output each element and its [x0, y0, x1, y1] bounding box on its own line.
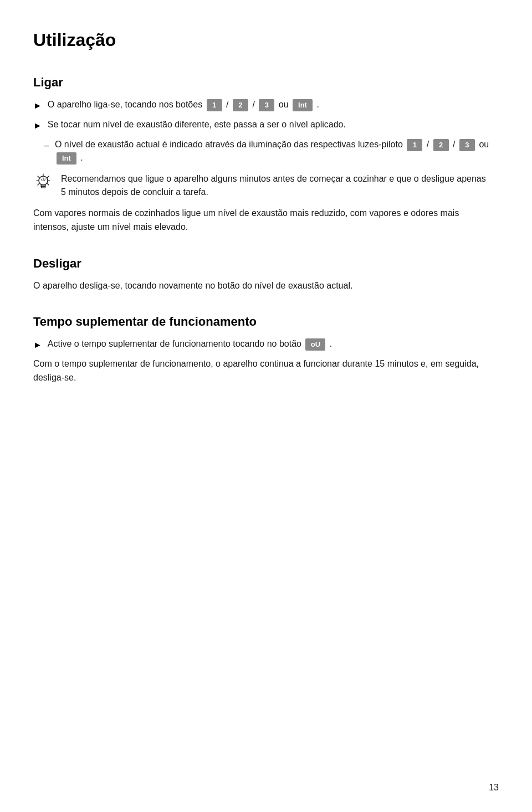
arrow-icon-2: ►: [33, 119, 42, 132]
desligar-text: O aparelho desliga-se, tocando novamente…: [33, 279, 492, 293]
button-badge-int-d: Int: [57, 152, 76, 165]
ligar-bullet-2-text: Se tocar num nível de exaustão diferente…: [48, 118, 492, 131]
dash-symbol: –: [44, 139, 49, 152]
ligar-bullet-2: ► Se tocar num nível de exaustão diferen…: [33, 118, 492, 132]
svg-line-11: [38, 184, 39, 186]
bulb-icon: [33, 173, 53, 193]
svg-line-9: [48, 176, 49, 178]
dash-period: .: [80, 153, 83, 162]
ligar-tip: Recomendamos que ligue o aparelho alguns…: [33, 172, 492, 199]
dash-slash-2: /: [453, 140, 458, 149]
svg-line-2: [44, 179, 45, 181]
tempo-paragraph: Com o tempo suplementar de funcionamento…: [33, 357, 492, 385]
ligar-dash-1: – O nível de exaustão actual é indicado …: [44, 138, 492, 165]
svg-line-12: [48, 184, 49, 186]
button-badge-2: 2: [233, 99, 248, 111]
button-badge-d3: 3: [459, 139, 475, 151]
ou-text-1: ou: [279, 100, 291, 109]
ligar-bullet-1-text: O aparelho liga-se, tocando nos botões 1…: [48, 98, 492, 111]
tempo-period: .: [330, 339, 332, 348]
ligar-dash-1-text: O nível de exaustão actual é indicado at…: [55, 138, 492, 165]
page-number: 13: [489, 781, 499, 794]
slash-2: /: [252, 100, 257, 109]
svg-line-1: [41, 179, 42, 181]
svg-rect-5: [42, 187, 45, 188]
button-badge-1: 1: [207, 99, 222, 111]
tempo-bullet-1: ► Active o tempo suplementar de funciona…: [33, 337, 492, 352]
tempo-text-before: Active o tempo suplementar de funcioname…: [48, 339, 301, 348]
button-badge-int-1: Int: [293, 99, 313, 111]
ligar-bullet-1-text-before: O aparelho liga-se, tocando nos botões: [48, 100, 202, 109]
button-badge-d1: 1: [407, 139, 422, 151]
dash-ou: ou: [479, 140, 489, 149]
tempo-bullet-1-text: Active o tempo suplementar de funcioname…: [48, 337, 492, 351]
slash-1: /: [226, 100, 228, 109]
button-badge-3: 3: [259, 99, 274, 111]
section-tempo-title: Tempo suplementar de funcionamento: [33, 312, 492, 331]
dash-text-before: O nível de exaustão actual é indicado at…: [55, 140, 403, 149]
period-1: .: [316, 100, 319, 109]
timer-button-badge: oU: [305, 338, 325, 351]
page-title: Utilização: [33, 27, 492, 53]
dash-slash-1: /: [427, 140, 432, 149]
button-badge-d2: 2: [433, 139, 449, 151]
svg-line-8: [38, 176, 39, 178]
ligar-bullet-1: ► O aparelho liga-se, tocando nos botões…: [33, 98, 492, 112]
ligar-paragraph: Com vapores normais de cozinhados ligue …: [33, 207, 492, 234]
arrow-icon-tempo: ►: [33, 338, 42, 352]
arrow-icon-1: ►: [33, 99, 42, 112]
tip-text: Recomendamos que ligue o aparelho alguns…: [61, 172, 492, 199]
section-desligar-title: Desligar: [33, 254, 492, 273]
section-ligar-title: Ligar: [33, 73, 492, 91]
